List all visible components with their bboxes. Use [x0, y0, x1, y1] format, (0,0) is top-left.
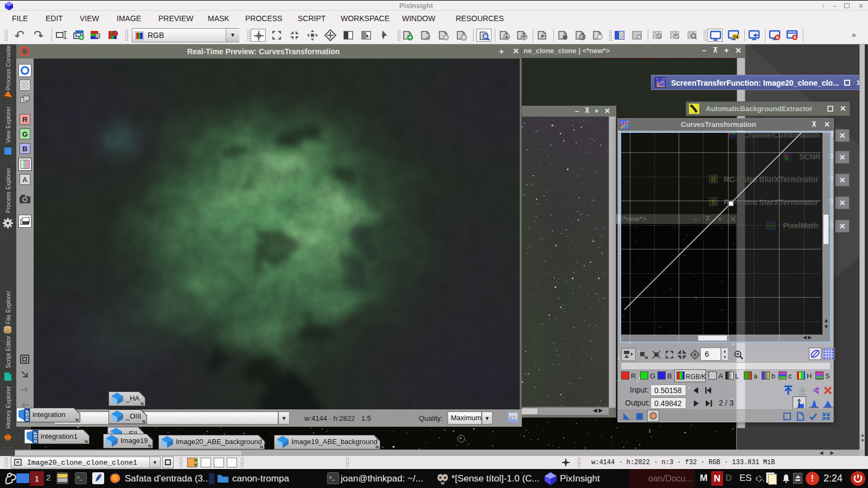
svg-text:24: 24: [733, 34, 738, 40]
